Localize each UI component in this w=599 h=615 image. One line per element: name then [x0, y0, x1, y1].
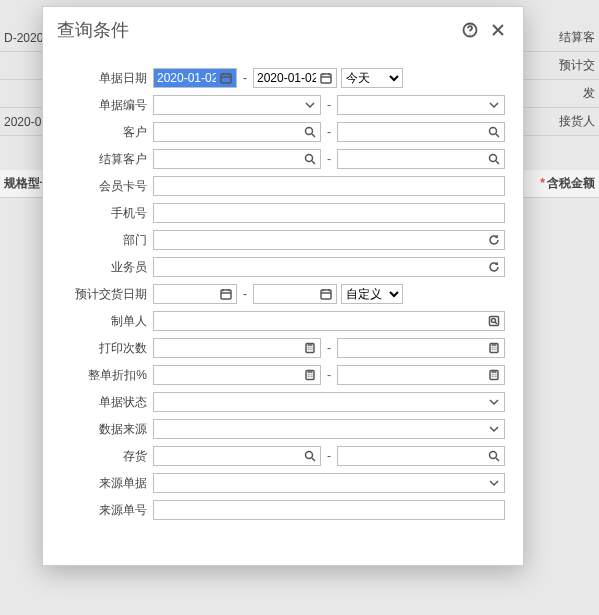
- calculator-icon[interactable]: [303, 368, 317, 382]
- expected-date-to-input[interactable]: [253, 284, 337, 304]
- svg-point-6: [306, 155, 313, 162]
- doc-no-from-input[interactable]: [153, 95, 321, 115]
- bg-tax-amount: 含税金额: [547, 176, 595, 190]
- label-source-doc: 来源单据: [43, 475, 153, 492]
- customer-to-input[interactable]: [337, 122, 505, 142]
- calculator-icon[interactable]: [303, 341, 317, 355]
- chevron-down-icon[interactable]: [487, 476, 501, 490]
- inventory-to-input[interactable]: [337, 446, 505, 466]
- label-expected-date: 预计交货日期: [43, 286, 153, 303]
- svg-point-17: [490, 452, 497, 459]
- help-icon: [462, 22, 478, 38]
- source-doc-select[interactable]: [153, 473, 505, 493]
- doc-status-select[interactable]: [153, 392, 505, 412]
- label-source-no: 来源单号: [43, 502, 153, 519]
- svg-point-1: [469, 33, 470, 34]
- print-count-from-input[interactable]: [153, 338, 321, 358]
- range-dash: -: [325, 341, 333, 355]
- print-count-to-input[interactable]: [337, 338, 505, 358]
- label-data-source: 数据来源: [43, 421, 153, 438]
- dialog-header: 查询条件: [43, 7, 523, 53]
- creator-input[interactable]: [153, 311, 505, 331]
- svg-point-4: [306, 128, 313, 135]
- label-salesman: 业务员: [43, 259, 153, 276]
- bg-right-ship: 发: [583, 85, 595, 102]
- calendar-icon[interactable]: [219, 71, 233, 85]
- expected-date-from-input[interactable]: [153, 284, 237, 304]
- search-icon[interactable]: [487, 152, 501, 166]
- range-dash: -: [325, 125, 333, 139]
- label-doc-no: 单据编号: [43, 97, 153, 114]
- range-dash: -: [241, 71, 249, 85]
- date-option-select[interactable]: 今天: [341, 68, 403, 88]
- refresh-icon[interactable]: [487, 233, 501, 247]
- range-dash: -: [325, 368, 333, 382]
- date-to-input[interactable]: 2020-01-02: [253, 68, 337, 88]
- dialog-title: 查询条件: [57, 18, 453, 42]
- discount-to-input[interactable]: [337, 365, 505, 385]
- label-department: 部门: [43, 232, 153, 249]
- search-icon[interactable]: [303, 152, 317, 166]
- range-dash: -: [325, 449, 333, 463]
- salesman-input[interactable]: [153, 257, 505, 277]
- calendar-icon[interactable]: [319, 287, 333, 301]
- label-doc-date: 单据日期: [43, 70, 153, 87]
- department-input[interactable]: [153, 230, 505, 250]
- chevron-down-icon[interactable]: [487, 395, 501, 409]
- required-asterisk: *: [540, 176, 545, 190]
- member-card-input[interactable]: [153, 176, 505, 196]
- data-source-select[interactable]: [153, 419, 505, 439]
- bg-right-expected: 预计交: [559, 57, 595, 74]
- refresh-icon[interactable]: [487, 260, 501, 274]
- source-no-input[interactable]: [153, 500, 505, 520]
- doc-no-to-input[interactable]: [337, 95, 505, 115]
- settle-customer-from-input[interactable]: [153, 149, 321, 169]
- label-creator: 制单人: [43, 313, 153, 330]
- phone-input[interactable]: [153, 203, 505, 223]
- help-button[interactable]: [459, 19, 481, 41]
- bg-right-receiver: 接货人: [559, 113, 595, 130]
- customer-from-input[interactable]: [153, 122, 321, 142]
- svg-point-5: [490, 128, 497, 135]
- label-settle-customer: 结算客户: [43, 151, 153, 168]
- date-from-input[interactable]: 2020-01-02: [153, 68, 237, 88]
- svg-rect-2: [221, 74, 231, 83]
- query-dialog: 查询条件 单据日期 2020-01-02 - 2020-01-02: [42, 6, 524, 566]
- expected-option-select[interactable]: 自定义: [341, 284, 403, 304]
- label-print-count: 打印次数: [43, 340, 153, 357]
- date-to-value: 2020-01-02: [257, 71, 316, 85]
- search-icon[interactable]: [487, 125, 501, 139]
- chevron-down-icon[interactable]: [487, 422, 501, 436]
- inventory-from-input[interactable]: [153, 446, 321, 466]
- bg-right-settlement: 结算客: [559, 29, 595, 46]
- range-dash: -: [325, 98, 333, 112]
- search-icon[interactable]: [303, 125, 317, 139]
- date-from-value: 2020-01-02: [157, 71, 216, 85]
- range-dash: -: [325, 152, 333, 166]
- chevron-down-icon[interactable]: [303, 98, 317, 112]
- discount-from-input[interactable]: [153, 365, 321, 385]
- calendar-icon[interactable]: [319, 71, 333, 85]
- calendar-icon[interactable]: [219, 287, 233, 301]
- lookup-icon[interactable]: [487, 314, 501, 328]
- label-doc-status: 单据状态: [43, 394, 153, 411]
- svg-rect-3: [321, 74, 331, 83]
- settle-customer-to-input[interactable]: [337, 149, 505, 169]
- label-customer: 客户: [43, 124, 153, 141]
- search-icon[interactable]: [487, 449, 501, 463]
- search-icon[interactable]: [303, 449, 317, 463]
- svg-point-16: [306, 452, 313, 459]
- chevron-down-icon[interactable]: [487, 98, 501, 112]
- svg-rect-9: [321, 290, 331, 299]
- range-dash: -: [241, 287, 249, 301]
- svg-point-11: [492, 319, 496, 323]
- label-member-card: 会员卡号: [43, 178, 153, 195]
- label-phone: 手机号: [43, 205, 153, 222]
- calculator-icon[interactable]: [487, 368, 501, 382]
- svg-rect-8: [221, 290, 231, 299]
- calculator-icon[interactable]: [487, 341, 501, 355]
- close-icon: [490, 22, 506, 38]
- close-button[interactable]: [487, 19, 509, 41]
- bg-doc-prefix: D-2020: [4, 31, 43, 45]
- svg-point-7: [490, 155, 497, 162]
